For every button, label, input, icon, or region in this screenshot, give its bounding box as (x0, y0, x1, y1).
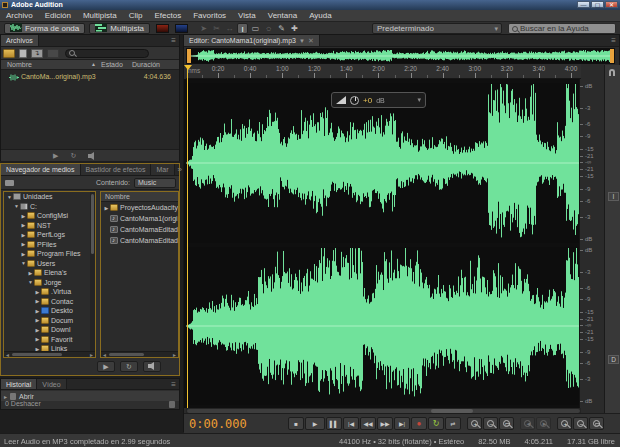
panel-menu-icon[interactable]: ≡ (608, 35, 619, 46)
tree-item-jorge[interactable]: ▼Jorge (4, 278, 95, 288)
panel-menu-icon[interactable]: ≡ (168, 379, 179, 389)
media-play-button[interactable]: ▶ (97, 361, 115, 372)
tab-navegador-de-medios[interactable]: Navegador de medios (1, 164, 81, 175)
zoom-in-vertical-button[interactable]: + (557, 417, 572, 430)
tab-mar[interactable]: Mar (151, 164, 174, 175)
zoom-out-full-button[interactable]: ▭ (499, 417, 514, 430)
menu-vista[interactable]: Vista (232, 10, 262, 22)
tree-item-docum[interactable]: ▶Docum (4, 316, 95, 326)
media-autoplay-button[interactable] (143, 361, 161, 372)
files-search-field[interactable] (65, 49, 149, 58)
list-item-cantomama1-origi[interactable]: CantoMama1(origi (101, 213, 178, 224)
tree-item-elena-s[interactable]: ▶Elena's (4, 268, 95, 278)
zoom-selection-left-button[interactable]: ◄ (520, 417, 535, 430)
menu-ayuda[interactable]: Ayuda (303, 10, 338, 22)
column-nombre[interactable]: Nombre (7, 61, 32, 68)
menu-ventana[interactable]: Ventana (262, 10, 303, 22)
list-item-proyectosaudacity[interactable]: ▶ProyectosAudacity (101, 202, 178, 213)
expander-icon[interactable]: ▶ (34, 336, 41, 342)
tab-archivos[interactable]: Archivos (1, 35, 39, 46)
import-file-icon[interactable] (19, 49, 27, 58)
rewind-button[interactable]: ◀◀ (360, 417, 376, 430)
hud-menu-icon[interactable]: ▾ (417, 96, 421, 104)
menu-efectos[interactable]: Efectos (149, 10, 188, 22)
zoom-out-vertical-button[interactable]: − (573, 417, 588, 430)
expander-icon[interactable]: ▶ (20, 232, 27, 238)
help-search[interactable] (508, 23, 616, 34)
files-list[interactable]: CantoMa...original).mp3 4:04.636 (1, 70, 179, 149)
close-tab-icon[interactable]: ✕ (308, 35, 314, 47)
tree-item-configmsi[interactable]: ▶ConfigMsi (4, 211, 95, 221)
waveform-display[interactable] (184, 79, 579, 408)
drives-icon[interactable] (5, 180, 14, 186)
expander-icon[interactable]: ▶ (34, 317, 41, 323)
expander-icon[interactable]: ▶ (20, 241, 27, 247)
tree-item-contac[interactable]: ▶Contac (4, 297, 95, 307)
tab-editor[interactable]: Editor: CantoMama1(original).mp3 ▼ ✕ (184, 35, 320, 46)
menu-favoritos[interactable]: Favoritos (187, 10, 232, 22)
expander-icon[interactable]: ▶ (34, 298, 41, 304)
expander-icon[interactable]: ▼ (27, 279, 34, 285)
move-previous-button[interactable]: |◀ (343, 417, 359, 430)
expander-icon[interactable]: ▶ (34, 308, 41, 314)
panel-menu-icon[interactable]: ≡ (168, 35, 179, 46)
expander-icon[interactable]: ▶ (34, 289, 41, 295)
multipista-button[interactable]: Multipista (89, 23, 150, 34)
expander-icon[interactable]: ▼ (6, 194, 13, 200)
file-row[interactable]: CantoMa...original).mp3 4:04.636 (1, 72, 179, 82)
fast-forward-button[interactable]: ▶▶ (377, 417, 393, 430)
media-contents-list[interactable]: Nombre ▶ProyectosAudacityCantoMama1(orig… (100, 191, 179, 358)
zoom-navigator[interactable] (186, 48, 615, 64)
expander-icon[interactable]: ▶ (27, 270, 34, 276)
tree-item-c[interactable]: ▼C: (4, 202, 95, 212)
expander-icon[interactable]: ▼ (13, 203, 20, 209)
expander-icon[interactable]: ▶ (20, 222, 27, 228)
range-handle-right[interactable] (610, 49, 614, 63)
maximize-button[interactable]: ▢ (591, 1, 604, 8)
expander-icon[interactable]: ▼ (20, 260, 27, 266)
tree-item-nst[interactable]: ▶NST (4, 221, 95, 231)
paintbrush-tool[interactable]: ✎ (276, 23, 287, 34)
preview-play-icon[interactable]: ▶ (53, 151, 58, 161)
expander-icon[interactable]: ▶ (103, 205, 110, 211)
skip-selection-button[interactable]: ⇄ (445, 417, 461, 430)
menu-clip[interactable]: Clip (123, 10, 149, 22)
snap-magnet-icon[interactable] (609, 69, 615, 76)
tree-item-unidades[interactable]: ▼Unidades (4, 192, 95, 202)
expander-icon[interactable]: ▶ (20, 213, 27, 219)
column-estado[interactable]: Estado (101, 61, 123, 68)
move-next-button[interactable]: ▶| (394, 417, 410, 430)
column-duracion[interactable]: Duración (132, 61, 160, 68)
loop-playback-button[interactable]: ↻ (428, 417, 444, 430)
tree-item-perflogs[interactable]: ▶PerfLogs (4, 230, 95, 240)
list-item-cantomamaeditad[interactable]: CantoMamaEditad (101, 224, 178, 235)
tab-historial[interactable]: Historial (1, 379, 37, 389)
menu-archivo[interactable]: Archivo (0, 10, 39, 22)
expander-icon[interactable]: ▶ (34, 327, 41, 333)
forma-de-onda-button[interactable]: Forma de onda (4, 23, 85, 34)
open-file-icon[interactable] (3, 49, 15, 58)
files-column-headers[interactable]: Nombre ▲ Estado Duración (1, 60, 179, 70)
contents-dropdown[interactable]: Music (134, 178, 176, 188)
volume-hud[interactable]: +0 dB ▾ (331, 92, 426, 108)
chevron-down-icon[interactable]: ▼ (299, 35, 305, 47)
auto-play-speaker-icon[interactable] (88, 152, 97, 160)
zoom-selection-right-button[interactable]: ► (536, 417, 551, 430)
overview-waveform[interactable] (191, 49, 612, 63)
list-item-cantomamaeditad[interactable]: CantoMamaEditad (101, 235, 178, 246)
play-button[interactable]: ▶ (305, 417, 325, 430)
preview-loop-icon[interactable]: ↻ (70, 151, 76, 161)
tree-item-deskto[interactable]: ▶Deskto (4, 306, 95, 316)
menu-multipista[interactable]: Multipista (77, 10, 123, 22)
trash-icon[interactable] (169, 401, 175, 408)
channel-right-badge[interactable]: D (608, 355, 619, 364)
waveform-right-channel[interactable] (186, 247, 579, 405)
stop-button[interactable]: ■ (288, 417, 304, 430)
zoom-to-selection-button[interactable]: ▭ (589, 417, 604, 430)
tree-item-favorit[interactable]: ▶Favorit (4, 335, 95, 345)
workspace-dropdown[interactable]: Predeterminado ▾ (372, 23, 502, 34)
list-horizontal-scrollbar[interactable]: ◄► (101, 351, 178, 357)
tab-bastidor-de-efectos[interactable]: Bastidor de efectos (81, 164, 152, 175)
range-handle-left[interactable] (187, 49, 191, 63)
tree-item-virtua[interactable]: ▶.Virtua (4, 287, 95, 297)
